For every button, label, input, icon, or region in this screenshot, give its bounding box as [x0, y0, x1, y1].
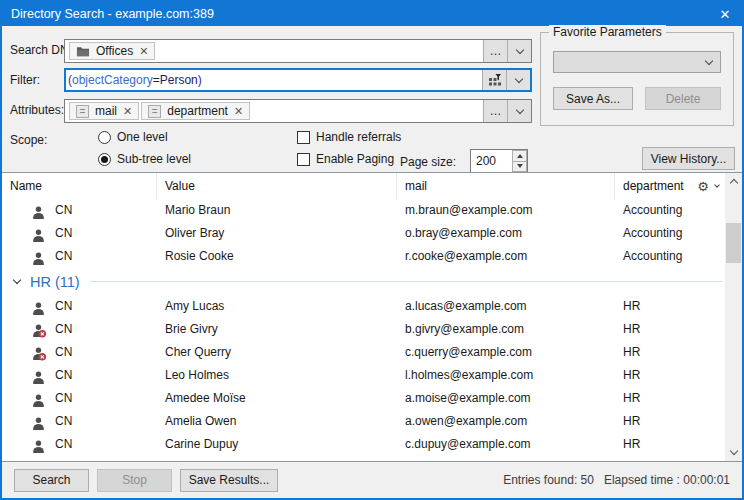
filter-field[interactable]: (objectCategory=Person) — [64, 68, 532, 92]
filter-builder-button[interactable] — [482, 70, 506, 90]
chip-remove-icon[interactable]: ✕ — [139, 45, 148, 58]
person-icon — [32, 369, 45, 382]
search-dn-browse-button[interactable]: … — [483, 40, 507, 62]
favorites-combobox[interactable] — [553, 51, 721, 73]
window-title: Directory Search - example.com:389 — [11, 7, 708, 21]
chip-remove-icon[interactable]: ✕ — [234, 105, 243, 118]
attributes-label: Attributes: — [10, 103, 64, 117]
spin-down-button[interactable] — [512, 162, 527, 173]
chevron-up-icon — [729, 179, 737, 187]
save-as-button[interactable]: Save As... — [553, 87, 633, 110]
column-header-value[interactable]: Value — [157, 173, 397, 199]
page-size-label: Page size: — [400, 155, 456, 169]
scroll-up-button[interactable] — [725, 173, 742, 190]
titlebar: Directory Search - example.com:389 ✕ — [2, 2, 742, 26]
handle-referrals-checkbox[interactable]: Handle referrals — [297, 130, 401, 144]
person-disabled-icon — [32, 346, 45, 359]
person-icon — [32, 438, 45, 451]
table-row[interactable]: CN Cher Querry c.querry@example.com HR — [2, 341, 725, 364]
table-row[interactable]: CN Leo Holmes l.holmes@example.com HR — [2, 364, 725, 387]
page-size-stepper[interactable]: 200 — [470, 149, 528, 173]
directory-search-window: Directory Search - example.com:389 ✕ Sea… — [0, 0, 744, 500]
person-icon — [32, 204, 45, 217]
table-row[interactable]: CN Mario Braun m.braun@example.com Accou… — [2, 199, 725, 222]
page-size-value[interactable]: 200 — [471, 150, 512, 172]
arrow-up-icon — [517, 154, 523, 158]
attribute-chip-department[interactable]: = department ✕ — [141, 102, 250, 120]
chevron-down-icon — [515, 45, 523, 53]
folder-icon — [76, 45, 90, 58]
chevron-down-icon — [514, 74, 522, 82]
person-icon — [32, 392, 45, 405]
group-header-hr[interactable]: HR (11) — [2, 268, 722, 295]
vertical-scrollbar[interactable] — [725, 173, 742, 461]
scope-one-level-radio[interactable]: One level — [98, 130, 168, 144]
footer-bar: Search Stop Save Results... Entries foun… — [2, 462, 742, 498]
table-row[interactable]: CN Rosie Cooke r.cooke@example.com Accou… — [2, 245, 725, 268]
scroll-down-button[interactable] — [725, 444, 742, 461]
entries-found-text: Entries found: 50 — [503, 473, 594, 487]
table-header: Name Value mail department ⚙ — [2, 173, 725, 199]
search-dn-dropdown-button[interactable] — [507, 40, 531, 62]
chip-label: Offices — [96, 44, 133, 58]
person-icon — [32, 300, 45, 313]
radio-icon — [98, 131, 111, 144]
table-row[interactable]: CN Brie Givry b.givry@example.com HR — [2, 318, 725, 341]
arrow-down-icon — [517, 164, 523, 168]
table-row[interactable]: CN Amedee Moïse a.moise@example.com HR — [2, 387, 725, 410]
attributes-browse-button[interactable]: … — [483, 100, 507, 122]
table-row[interactable]: CN Oliver Bray o.bray@example.com Accoun… — [2, 222, 725, 245]
group-divider — [90, 281, 722, 282]
chevron-down-icon — [515, 105, 523, 113]
search-form: Search DN: Offices ✕ … Filter: (objectCa… — [2, 26, 742, 172]
filter-label: Filter: — [10, 73, 40, 87]
column-header-mail[interactable]: mail — [397, 173, 615, 199]
chevron-down-icon — [13, 276, 21, 284]
search-button[interactable]: Search — [14, 469, 89, 492]
chip-remove-icon[interactable]: ✕ — [123, 105, 132, 118]
radio-checked-icon — [98, 153, 111, 166]
person-disabled-icon — [32, 323, 45, 336]
scrollbar-thumb[interactable] — [726, 223, 741, 263]
attributes-dropdown-button[interactable] — [507, 100, 531, 122]
person-icon — [32, 227, 45, 240]
chevron-down-icon[interactable] — [714, 182, 720, 188]
chevron-down-icon — [729, 447, 737, 455]
stop-button[interactable]: Stop — [97, 469, 172, 492]
elapsed-time-text: Elapsed time : 00:00:01 — [604, 473, 730, 487]
search-dn-chip[interactable]: Offices ✕ — [69, 42, 155, 60]
enable-paging-checkbox[interactable]: Enable Paging — [297, 152, 394, 166]
person-icon — [32, 415, 45, 428]
search-dn-field[interactable]: Offices ✕ … — [64, 39, 532, 63]
table-row[interactable]: CN Amy Lucas a.lucas@example.com HR — [2, 295, 725, 318]
search-dn-label: Search DN: — [10, 43, 72, 57]
scope-label: Scope: — [10, 133, 47, 147]
spin-up-button[interactable] — [512, 150, 527, 162]
filter-builder-icon — [488, 73, 502, 87]
attributes-field[interactable]: = mail ✕ = department ✕ … — [64, 99, 532, 123]
table-row[interactable]: CN Amelia Owen a.owen@example.com HR — [2, 410, 725, 433]
group-title: Favorite Parameters — [549, 25, 666, 39]
column-header-name[interactable]: Name — [2, 173, 157, 199]
save-results-button[interactable]: Save Results... — [180, 469, 278, 492]
attribute-chip-mail[interactable]: = mail ✕ — [69, 102, 139, 120]
delete-button[interactable]: Delete — [645, 87, 721, 110]
gear-icon[interactable]: ⚙ — [697, 180, 709, 193]
favorite-parameters-group: Favorite Parameters Save As... Delete — [540, 32, 734, 126]
filter-input[interactable]: (objectCategory=Person) — [66, 70, 482, 90]
column-header-department[interactable]: department ⚙ — [615, 173, 725, 199]
scope-subtree-radio[interactable]: Sub-tree level — [98, 152, 191, 166]
checkbox-icon — [297, 131, 310, 144]
attribute-icon: = — [148, 105, 161, 118]
chip-label: department — [167, 104, 228, 118]
checkbox-icon — [297, 153, 310, 166]
table-row[interactable]: CN Carine Dupuy c.dupuy@example.com HR — [2, 433, 725, 456]
results-table: Name Value mail department ⚙ CN Mario Br… — [2, 172, 742, 462]
attribute-icon: = — [76, 105, 89, 118]
chip-label: mail — [95, 104, 117, 118]
view-history-button[interactable]: View History... — [642, 147, 735, 170]
filter-dropdown-button[interactable] — [506, 70, 530, 90]
chevron-down-icon — [705, 56, 713, 64]
close-icon[interactable]: ✕ — [708, 2, 742, 26]
person-icon — [32, 250, 45, 263]
